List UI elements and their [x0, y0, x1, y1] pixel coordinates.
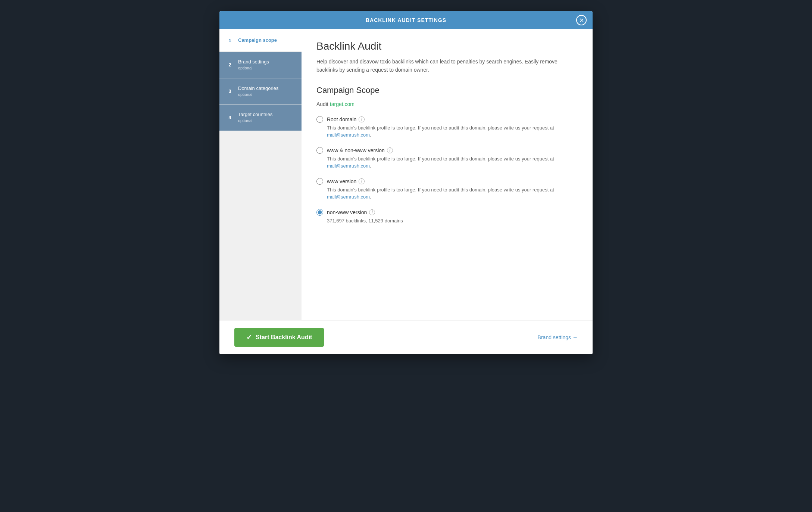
sidebar-num-2: 2: [225, 60, 234, 69]
modal-title: BACKLINK AUDIT SETTINGS: [366, 17, 446, 23]
sidebar: 1 Campaign scope 2 Brand settings option…: [219, 29, 302, 320]
modal-body: 1 Campaign scope 2 Brand settings option…: [219, 29, 593, 320]
sidebar-item-sublabel-3: optional: [238, 92, 278, 97]
sidebar-item-sublabel-4: optional: [238, 118, 273, 124]
radio-desc-www-non-www: This domain's backlink profile is too la…: [327, 155, 578, 170]
radio-desc-www: This domain's backlink profile is too la…: [327, 186, 578, 201]
sidebar-item-domain-categories[interactable]: 3 Domain categories optional: [219, 78, 302, 105]
section-title: Campaign Scope: [316, 85, 578, 95]
radio-label-www-non-www: www & non-www version: [327, 147, 385, 153]
email-link-www-non-www[interactable]: mail@semrush.com: [327, 163, 370, 169]
audit-target: Audit target.com: [316, 101, 578, 107]
check-icon: ✓: [246, 333, 252, 341]
info-icon-non-www[interactable]: i: [369, 209, 375, 215]
radio-desc-non-www: 371,697 backlinks, 11,529 domains: [327, 217, 578, 225]
modal-overlay: BACKLINK AUDIT SETTINGS ✕ 1 Campaign sco…: [0, 0, 812, 512]
modal-header: BACKLINK AUDIT SETTINGS ✕: [219, 11, 593, 29]
page-title: Backlink Audit: [316, 40, 578, 52]
radio-label-root-domain: Root domain: [327, 116, 356, 122]
radio-option-root-domain: Root domain i This domain's backlink pro…: [316, 116, 578, 139]
radio-option-www-non-www: www & non-www version i This domain's ba…: [316, 147, 578, 170]
radio-desc-root-domain: This domain's backlink profile is too la…: [327, 124, 578, 139]
sidebar-item-target-countries[interactable]: 4 Target countries optional: [219, 104, 302, 131]
radio-www[interactable]: [316, 178, 323, 185]
sidebar-item-campaign-scope[interactable]: 1 Campaign scope: [219, 29, 302, 52]
start-button-label: Start Backlink Audit: [256, 334, 312, 341]
sidebar-item-label-3: Domain categories optional: [238, 85, 278, 98]
radio-non-www[interactable]: [316, 209, 323, 216]
email-link-root-domain[interactable]: mail@semrush.com: [327, 132, 370, 138]
audit-domain-link[interactable]: target.com: [330, 101, 355, 107]
backlink-audit-modal: BACKLINK AUDIT SETTINGS ✕ 1 Campaign sco…: [219, 11, 593, 354]
close-button[interactable]: ✕: [576, 15, 587, 25]
info-icon-root-domain[interactable]: i: [359, 116, 365, 122]
sidebar-item-label-1: Campaign scope: [238, 37, 277, 44]
sidebar-item-label-2: Brand settings optional: [238, 59, 269, 71]
sidebar-item-label-4: Target countries optional: [238, 111, 273, 124]
modal-footer: ✓ Start Backlink Audit Brand settings →: [219, 320, 593, 354]
radio-option-www: www version i This domain's backlink pro…: [316, 178, 578, 201]
sidebar-num-1: 1: [225, 36, 234, 45]
main-content: Backlink Audit Help discover and disavow…: [302, 29, 593, 320]
info-icon-www-non-www[interactable]: i: [387, 147, 393, 153]
radio-www-non-www[interactable]: [316, 147, 323, 154]
radio-label-non-www: non-www version: [327, 209, 367, 215]
email-link-www[interactable]: mail@semrush.com: [327, 194, 370, 200]
sidebar-item-brand-settings[interactable]: 2 Brand settings optional: [219, 52, 302, 78]
radio-label-www: www version: [327, 178, 356, 184]
page-description: Help discover and disavow toxic backlink…: [316, 57, 578, 74]
sidebar-num-4: 4: [225, 113, 234, 122]
radio-option-non-www: non-www version i 371,697 backlinks, 11,…: [316, 209, 578, 225]
info-icon-www[interactable]: i: [359, 178, 365, 184]
radio-root-domain[interactable]: [316, 116, 323, 123]
sidebar-item-sublabel-2: optional: [238, 65, 269, 71]
brand-settings-link[interactable]: Brand settings →: [538, 334, 578, 340]
sidebar-num-3: 3: [225, 87, 234, 96]
start-audit-button[interactable]: ✓ Start Backlink Audit: [234, 328, 324, 347]
